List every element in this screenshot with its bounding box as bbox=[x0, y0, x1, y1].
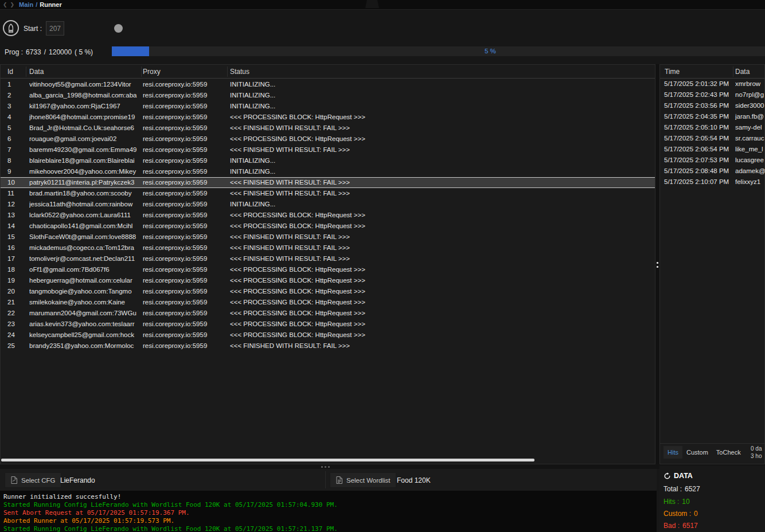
column-header-status[interactable]: Status bbox=[230, 68, 653, 76]
cell-data: chaoticapollo141@gmail.com:Mcihl bbox=[29, 221, 139, 232]
back-icon[interactable]: ❮ bbox=[3, 2, 7, 7]
cell-data: brandy2351@yahoo.com:Mormoloc bbox=[29, 341, 139, 351]
cell-id: 18 bbox=[7, 264, 25, 275]
table-row[interactable]: 19 heberguerrag@hotmail.com:celular resi… bbox=[1, 275, 655, 286]
hits-tab[interactable]: Hits bbox=[663, 446, 682, 459]
table-row[interactable]: 11 brad.martin18@yahoo.com:scooby resi.c… bbox=[1, 188, 655, 199]
progress-summary: Prog : 6733 / 120000 ( 5 %) bbox=[5, 48, 93, 56]
vertical-splitter[interactable] bbox=[655, 64, 659, 464]
cell-proxy: resi.coreproxy.io:5959 bbox=[143, 210, 227, 221]
table-row[interactable]: 4 jhone8064@hotmail.com:promise19 resi.c… bbox=[1, 112, 655, 123]
hit-row[interactable]: 5/17/2025 2:05:54 PM sr.carrauc bbox=[660, 133, 764, 144]
start-value-input[interactable] bbox=[46, 21, 64, 36]
cell-hit-time: 5/17/2025 2:03:56 PM bbox=[664, 100, 729, 111]
log-line: Aborted Runner at 05/17/2025 01:57:19.57… bbox=[3, 517, 657, 525]
stat-custom: Custom : 0 bbox=[663, 510, 698, 518]
column-header-data[interactable]: Data bbox=[29, 68, 139, 76]
cell-data: lclark0522@yahoo.com:Laura6111 bbox=[29, 210, 139, 221]
column-separator bbox=[733, 66, 733, 77]
table-row[interactable]: 15 SlothFaceW0t@gmail.com:love8888 resi.… bbox=[1, 232, 655, 242]
cell-id: 25 bbox=[7, 341, 25, 351]
table-row[interactable]: 20 tangmobogie@yahoo.com:Tangmo resi.cor… bbox=[1, 286, 655, 297]
cell-id: 15 bbox=[7, 232, 25, 242]
cell-data: rouague@gmail.com:joevai02 bbox=[29, 134, 139, 144]
table-row[interactable]: 6 rouague@gmail.com:joevai02 resi.corepr… bbox=[1, 134, 655, 144]
cell-id: 6 bbox=[7, 134, 25, 144]
cell-id: 13 bbox=[7, 210, 25, 221]
hits-tab[interactable]: ToCheck bbox=[712, 446, 745, 459]
table-row[interactable]: 5 Brad_Jr@Hotmail.Co.Uk:seahorse6 resi.c… bbox=[1, 123, 655, 134]
table-row[interactable]: 16 mickademus@cogeco.ca:Tom12bra resi.co… bbox=[1, 242, 655, 253]
log-console: Runner initialized succesfully! Started … bbox=[0, 491, 657, 532]
table-row[interactable]: 21 smilekokaine@yahoo.com:Kaine resi.cor… bbox=[1, 297, 655, 308]
hit-row[interactable]: 5/17/2025 2:03:56 PM sider3000 bbox=[660, 100, 764, 111]
forward-icon[interactable]: ❯ bbox=[10, 2, 15, 7]
cell-proxy: resi.coreproxy.io:5959 bbox=[143, 264, 227, 275]
cell-status: <<< PROCESSING BLOCK: HttpRequest >>> bbox=[230, 134, 653, 144]
cell-data: heberguerrag@hotmail.com:celular bbox=[29, 275, 139, 286]
column-header-id[interactable]: Id bbox=[7, 68, 25, 76]
hit-row[interactable]: 5/17/2025 2:08:48 PM adamek@ bbox=[660, 166, 764, 177]
cell-hit-data: sider3000 bbox=[735, 100, 765, 111]
hits-table-header: Time Data bbox=[660, 65, 764, 79]
start-runner-button[interactable] bbox=[3, 20, 19, 36]
table-row[interactable]: 10 patryk01211@interia.pl:Patrykczek3 re… bbox=[1, 177, 655, 188]
table-row[interactable]: 14 chaoticapollo141@gmail.com:Mcihl resi… bbox=[1, 221, 655, 232]
hit-row[interactable]: 5/17/2025 2:02:43 PM no7rpl@g bbox=[660, 89, 764, 100]
table-row[interactable]: 18 oFf1@gmail.com:7Bd067f6 resi.coreprox… bbox=[1, 264, 655, 275]
hit-row[interactable]: 5/17/2025 2:10:07 PM felixxyz1 bbox=[660, 177, 764, 187]
hits-tab-bar: 0 da 3 ho Hits Custom ToCheck bbox=[660, 443, 764, 460]
table-row[interactable]: 7 baremm49230@gmail.com:Emma49 resi.core… bbox=[1, 144, 655, 155]
splitter-handle-dot bbox=[657, 266, 658, 268]
table-row[interactable]: 2 alba_garcia_1998@hotmail.com:aba resi.… bbox=[1, 90, 655, 101]
cell-status: <<< FINISHED WITH RESULT: FAIL >>> bbox=[230, 232, 653, 242]
breadcrumb-bar: ❮ ❯ Main / Runner bbox=[0, 0, 765, 10]
column-header-hit-data[interactable]: Data bbox=[735, 68, 750, 76]
cell-id: 2 bbox=[7, 90, 25, 101]
cell-status: <<< PROCESSING BLOCK: HttpRequest >>> bbox=[230, 297, 653, 308]
column-header-time[interactable]: Time bbox=[665, 68, 680, 76]
table-row[interactable]: 17 tomoliverjr@comcast.net:Declan211 res… bbox=[1, 253, 655, 264]
stat-total-value: 6527 bbox=[685, 485, 700, 493]
results-table-header: Id Data Proxy Status bbox=[1, 65, 655, 79]
table-row[interactable]: 12 jessica11ath@hotmail.com:rainbow resi… bbox=[1, 199, 655, 210]
hit-row[interactable]: 5/17/2025 2:04:35 PM jaran.fb@ bbox=[660, 111, 764, 122]
select-cfg-label: Select CFG bbox=[21, 477, 55, 484]
hit-row[interactable]: 5/17/2025 2:05:10 PM samy-del bbox=[660, 122, 764, 133]
hit-row[interactable]: 5/17/2025 2:06:54 PM like_me_l bbox=[660, 144, 764, 155]
scrollbar-thumb[interactable] bbox=[1, 459, 534, 461]
table-row[interactable]: 3 kil1967@yahoo.com:RjaC1967 resi.corepr… bbox=[1, 101, 655, 112]
cell-status: <<< PROCESSING BLOCK: HttpRequest >>> bbox=[230, 210, 653, 221]
cell-data: jessica11ath@hotmail.com:rainbow bbox=[29, 199, 139, 210]
cell-data: baremm49230@gmail.com:Emma49 bbox=[29, 144, 139, 155]
refresh-icon bbox=[663, 472, 671, 480]
log-line: Started Running Config LieFerando with W… bbox=[3, 501, 657, 509]
hit-row[interactable]: 5/17/2025 2:01:32 PM xmrbrow bbox=[660, 79, 764, 89]
select-cfg-button[interactable]: Select CFG bbox=[5, 472, 61, 488]
hit-row[interactable]: 5/17/2025 2:07:53 PM lucasgree bbox=[660, 155, 764, 166]
table-row[interactable]: 9 mikehoover2004@yahoo.com:Mikey resi.co… bbox=[1, 166, 655, 177]
horizontal-splitter[interactable] bbox=[0, 464, 765, 469]
runner-window: ❮ ❯ Main / Runner Start : Prog : 6733 / … bbox=[0, 0, 765, 532]
cell-status: <<< FINISHED WITH RESULT: FAIL >>> bbox=[230, 341, 653, 351]
cell-status: INITIALIZING... bbox=[230, 90, 653, 101]
table-row[interactable]: 24 kelseycampbell25@gmail.com:hock resi.… bbox=[1, 330, 655, 341]
stat-custom-value: 0 bbox=[694, 510, 698, 518]
hits-tab[interactable]: Custom bbox=[682, 446, 712, 459]
table-row[interactable]: 23 arias.kevin373@yahoo.com:teslaarr res… bbox=[1, 319, 655, 330]
table-row[interactable]: 8 blaireblaire18@gmail.com:Blaireblai re… bbox=[1, 155, 655, 166]
select-wordlist-button[interactable]: Select Wordlist bbox=[330, 472, 396, 488]
time-stats: 0 da 3 ho bbox=[751, 445, 764, 460]
cell-status: <<< PROCESSING BLOCK: HttpRequest >>> bbox=[230, 286, 653, 297]
cell-hit-time: 5/17/2025 2:01:32 PM bbox=[664, 79, 729, 89]
splitter-handle-dot bbox=[321, 466, 323, 468]
table-row[interactable]: 22 marumann2004@gmail.com:73WGu resi.cor… bbox=[1, 308, 655, 319]
slider-knob[interactable] bbox=[114, 24, 123, 33]
column-header-proxy[interactable]: Proxy bbox=[143, 68, 227, 76]
table-row[interactable]: 13 lclark0522@yahoo.com:Laura6111 resi.c… bbox=[1, 210, 655, 221]
progress-fill bbox=[112, 46, 149, 56]
breadcrumb-main[interactable]: Main bbox=[19, 1, 33, 8]
table-row[interactable]: 25 brandy2351@yahoo.com:Mormoloc resi.co… bbox=[1, 341, 655, 351]
cell-data: Brad_Jr@Hotmail.Co.Uk:seahorse6 bbox=[29, 123, 139, 134]
table-row[interactable]: 1 vitinhooyt55@gmail.com:1234Vitor resi.… bbox=[1, 79, 655, 90]
